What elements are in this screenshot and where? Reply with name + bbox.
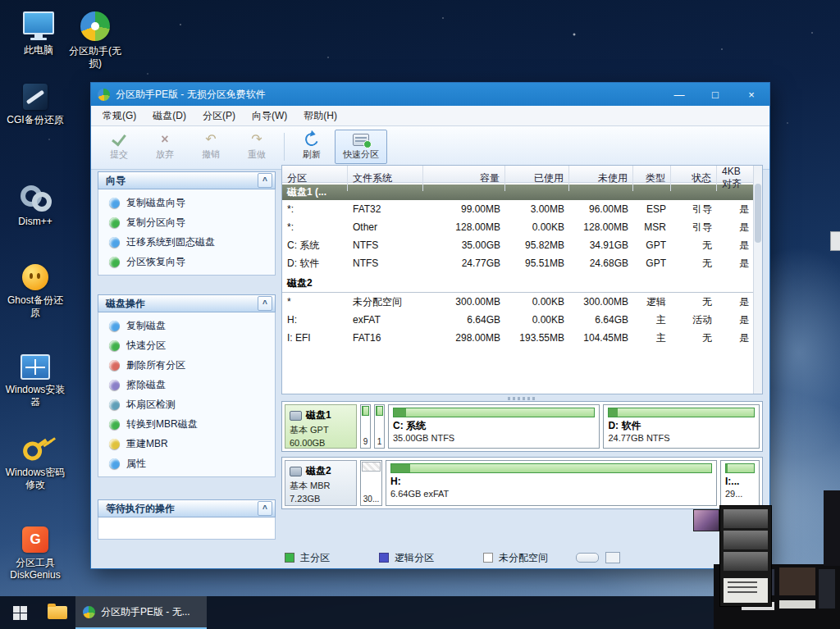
splitter-grip-icon bbox=[508, 397, 537, 400]
undo-button[interactable]: ↶ 撤销 bbox=[188, 130, 234, 163]
collapse-icon[interactable]: ^ bbox=[258, 501, 272, 516]
table-row[interactable]: C: 系统 NTFS 35.00GB 95.82MB 34.91GB GPT 无… bbox=[282, 236, 754, 254]
disk1-partition-c[interactable]: C: 系统 35.00GB NTFS bbox=[388, 404, 600, 449]
commit-button[interactable]: 提交 bbox=[96, 130, 142, 163]
table-row[interactable]: * 未分配空间 300.00MB 0.00KB 300.00MB 逻辑 无 是 bbox=[282, 293, 754, 311]
view-control[interactable] bbox=[605, 552, 620, 563]
table-row[interactable]: I: EFI FAT16 298.00MB 193.55MB 104.45MB … bbox=[282, 329, 754, 347]
col-header-type[interactable]: 类型 bbox=[633, 166, 671, 191]
desktop-icon-cgi-backup[interactable]: CGI备份还原 bbox=[3, 84, 67, 126]
resize-handle[interactable] bbox=[576, 553, 599, 563]
pending-operations-list bbox=[98, 517, 276, 540]
table-row[interactable]: H: exFAT 6.64GB 0.00KB 6.64GB 主 活动 是 bbox=[282, 311, 754, 329]
sidebar-item-copy-disk-wizard[interactable]: 复制磁盘向导 bbox=[98, 193, 275, 212]
menu-bar: 常规(G) 磁盘(D) 分区(P) 向导(W) 帮助(H) bbox=[91, 106, 769, 126]
usage-bar bbox=[390, 463, 712, 473]
sidebar-item-copy-partition-wizard[interactable]: 复制分区向导 bbox=[98, 212, 275, 232]
screen-artifact bbox=[693, 509, 719, 531]
desktop-icon-label: 分区工具 DiskGenius bbox=[3, 557, 67, 581]
close-button[interactable]: × bbox=[733, 83, 769, 106]
sidebar-item-convert-to-mbr[interactable]: 转换到MBR磁盘 bbox=[98, 414, 275, 434]
disk2-info[interactable]: 磁盘2 基本 MBR 7.23GB bbox=[285, 460, 357, 506]
sidebar-item-copy-disk[interactable]: 复制磁盘 bbox=[98, 316, 275, 335]
redo-label: 重做 bbox=[248, 148, 266, 161]
installer-icon bbox=[21, 354, 50, 380]
wizard-panel-header[interactable]: 向导 ^ bbox=[98, 171, 276, 189]
disk2-type: 基本 MBR bbox=[290, 480, 352, 492]
menu-general[interactable]: 常规(G) bbox=[94, 107, 144, 125]
refresh-button[interactable]: 刷新 bbox=[289, 130, 335, 163]
windows-logo-icon bbox=[13, 606, 27, 620]
sidebar-item-rebuild-mbr[interactable]: 重建MBR bbox=[98, 434, 275, 454]
desktop-icon-diskgenius[interactable]: G 分区工具 DiskGenius bbox=[3, 526, 67, 581]
disk2-partition-h[interactable]: H: 6.64GB exFAT bbox=[386, 460, 717, 506]
desktop-icon-label: Dism++ bbox=[18, 216, 52, 228]
sidebar-item-migrate-os[interactable]: 迁移系统到固态磁盘 bbox=[98, 232, 275, 252]
unallocated-bar bbox=[362, 462, 381, 472]
disk-operations-header[interactable]: 磁盘操作 ^ bbox=[98, 294, 276, 312]
scrollbar-thumb[interactable] bbox=[755, 184, 761, 243]
minimize-button[interactable]: — bbox=[661, 83, 697, 106]
discard-button[interactable]: × 放弃 bbox=[142, 130, 188, 163]
desktop: 此电脑 分区助手(无损) CGI备份还原 Dism++ Ghost备份还原 Wi… bbox=[0, 0, 840, 629]
redo-button[interactable]: ↷ 重做 bbox=[234, 130, 280, 163]
op-item-icon bbox=[109, 419, 120, 430]
sidebar-item-delete-all-partitions[interactable]: 删除所有分区 bbox=[98, 355, 275, 375]
col-header-4k[interactable]: 4KB对齐 bbox=[717, 166, 754, 191]
disk1-partition-d[interactable]: D: 软件 24.77GB NTFS bbox=[603, 404, 760, 449]
title-bar[interactable]: 分区助手PE版 - 无损分区免费软件 — □ × bbox=[91, 83, 769, 106]
sidebar-item-wipe-disk[interactable]: 擦除磁盘 bbox=[98, 375, 275, 394]
disk2-group-row[interactable]: 磁盘2 bbox=[282, 275, 754, 293]
redo-icon: ↷ bbox=[251, 133, 262, 146]
file-explorer-button[interactable] bbox=[39, 596, 75, 629]
screen-artifact bbox=[824, 490, 840, 566]
disk2-unallocated[interactable]: 30... bbox=[360, 460, 382, 506]
col-header-unused[interactable]: 未使用 bbox=[569, 166, 633, 191]
maximize-button[interactable]: □ bbox=[697, 83, 733, 106]
table-row[interactable]: D: 软件 NTFS 24.77GB 95.51MB 24.68GB GPT 无… bbox=[282, 254, 754, 272]
menu-disk[interactable]: 磁盘(D) bbox=[144, 107, 194, 125]
desktop-icon-windows-password[interactable]: Windows密码修改 bbox=[3, 435, 67, 491]
disk2-partition-i[interactable]: I:... 29... bbox=[720, 460, 760, 506]
collapse-icon[interactable]: ^ bbox=[258, 296, 272, 311]
disk1-partition-msr[interactable]: 1 bbox=[374, 404, 385, 449]
col-header-used[interactable]: 已使用 bbox=[505, 166, 569, 191]
vertical-scrollbar[interactable] bbox=[753, 166, 762, 394]
col-header-filesystem[interactable]: 文件系统 bbox=[348, 166, 423, 191]
disk1-map: 磁盘1 基本 GPT 60.00GB 9 1 C: 系统 35.00GB NTF… bbox=[281, 401, 763, 452]
harddisk-icon bbox=[290, 411, 302, 421]
disk1-info[interactable]: 磁盘1 基本 GPT 60.00GB bbox=[285, 404, 357, 449]
sidebar-item-properties[interactable]: 属性 bbox=[98, 454, 275, 473]
menu-partition[interactable]: 分区(P) bbox=[194, 107, 244, 125]
wizard-list: 复制磁盘向导 复制分区向导 迁移系统到固态磁盘 分区恢复向导 bbox=[98, 189, 276, 276]
desktop-icon-ghost-backup[interactable]: Ghost备份还原 bbox=[3, 264, 67, 319]
start-button[interactable] bbox=[0, 596, 39, 629]
desktop-icon-windows-installer[interactable]: Windows安装器 bbox=[3, 354, 67, 408]
collapse-icon[interactable]: ^ bbox=[258, 173, 272, 188]
sidebar-item-bad-sector-test[interactable]: 坏扇区检测 bbox=[98, 394, 275, 414]
pending-operations-header[interactable]: 等待执行的操作 ^ bbox=[98, 499, 276, 517]
disk1-type: 基本 GPT bbox=[290, 424, 352, 436]
menu-wizard[interactable]: 向导(W) bbox=[244, 107, 295, 125]
op-item-icon bbox=[109, 360, 120, 371]
desktop-icon-this-pc[interactable]: 此电脑 bbox=[7, 11, 71, 57]
op-item-icon bbox=[109, 380, 120, 390]
quick-partition-button[interactable]: 快速分区 bbox=[335, 130, 387, 164]
disk2-map: 磁盘2 基本 MBR 7.23GB 30... H: 6.64GB exFAT … bbox=[281, 457, 763, 509]
table-row[interactable]: *: Other 128.00MB 0.00KB 128.00MB MSR 引导… bbox=[282, 218, 754, 236]
sidebar-item-partition-recovery[interactable]: 分区恢复向导 bbox=[98, 252, 275, 271]
table-row[interactable]: *: FAT32 99.00MB 3.00MB 96.00MB ESP 引导 是 bbox=[282, 200, 754, 218]
sidebar-item-quick-partition[interactable]: 快速分区 bbox=[98, 335, 275, 355]
gears-icon bbox=[21, 184, 50, 212]
col-header-status[interactable]: 状态 bbox=[671, 166, 717, 191]
desktop-icon-partition-assistant[interactable]: 分区助手(无损) bbox=[66, 11, 125, 70]
wizard-panel-title: 向导 bbox=[106, 174, 126, 188]
disk1-partition-esp[interactable]: 9 bbox=[360, 404, 371, 449]
undo-label: 撤销 bbox=[202, 148, 220, 161]
wizard-item-icon bbox=[109, 198, 120, 208]
desktop-icon-dism[interactable]: Dism++ bbox=[3, 184, 67, 228]
col-header-capacity[interactable]: 容量 bbox=[423, 166, 505, 191]
taskbar-item-partition-assistant[interactable]: 分区助手PE版 - 无... bbox=[75, 596, 207, 629]
menu-help[interactable]: 帮助(H) bbox=[295, 107, 345, 125]
op-item-icon bbox=[109, 399, 120, 410]
